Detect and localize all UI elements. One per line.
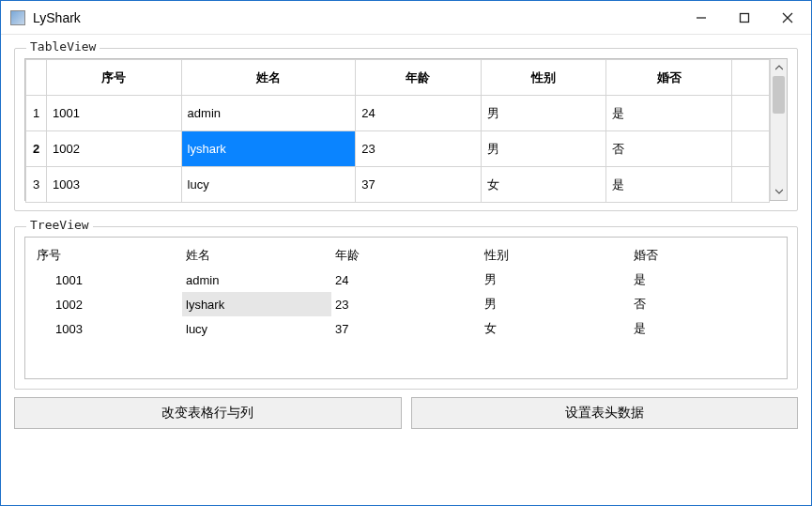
titlebar: LyShark bbox=[1, 1, 811, 35]
tree-col-1[interactable]: 姓名 bbox=[182, 243, 331, 268]
close-button[interactable] bbox=[766, 4, 809, 32]
tree-cell[interactable]: 女 bbox=[481, 316, 630, 341]
content-area: TableView 序号 姓名 年龄 性别 婚否 bbox=[1, 35, 811, 505]
tree-col-4[interactable]: 婚否 bbox=[630, 243, 779, 268]
table-row[interactable]: 1 1001 admin 24 男 是 bbox=[26, 96, 770, 131]
close-icon bbox=[782, 12, 793, 23]
tree-cell[interactable]: 男 bbox=[481, 268, 630, 292]
tree-cell[interactable]: 37 bbox=[331, 316, 481, 341]
cell-selected[interactable]: lyshark bbox=[181, 131, 356, 167]
tableview-widget[interactable]: 序号 姓名 年龄 性别 婚否 1 1001 admin bbox=[24, 58, 788, 201]
button-row: 改变表格行与列 设置表头数据 bbox=[14, 397, 798, 429]
tableview-label: TableView bbox=[26, 39, 100, 54]
tree-col-0[interactable]: 序号 bbox=[33, 243, 182, 268]
tree-cell[interactable]: admin bbox=[182, 268, 331, 292]
tree-cell[interactable]: 否 bbox=[630, 292, 779, 316]
chevron-up-icon bbox=[775, 65, 783, 70]
tableview-col-spacer bbox=[732, 60, 770, 96]
set-header-data-button[interactable]: 设置表头数据 bbox=[411, 397, 799, 429]
tree-cell[interactable]: 是 bbox=[630, 316, 779, 341]
treeview-header-row: 序号 姓名 年龄 性别 婚否 bbox=[33, 243, 779, 268]
window-title: LyShark bbox=[33, 10, 680, 25]
maximize-icon bbox=[739, 12, 750, 23]
scroll-thumb[interactable] bbox=[773, 76, 785, 114]
cell[interactable]: 是 bbox=[606, 167, 732, 203]
tree-cell[interactable]: 1003 bbox=[33, 316, 182, 341]
table-row[interactable]: 2 1002 lyshark 23 男 否 bbox=[26, 131, 770, 167]
tree-cell[interactable]: 男 bbox=[481, 292, 630, 316]
cell[interactable]: 24 bbox=[356, 96, 482, 131]
tableview-col-4[interactable]: 婚否 bbox=[606, 60, 732, 96]
app-window: LyShark TableView bbox=[0, 0, 812, 506]
cell[interactable]: 1002 bbox=[47, 131, 182, 167]
tree-row[interactable]: 1001 admin 24 男 是 bbox=[33, 268, 779, 292]
treeview-table: 序号 姓名 年龄 性别 婚否 1001 admin 24 男 bbox=[33, 243, 779, 341]
cell[interactable]: 是 bbox=[606, 96, 732, 131]
tableview-col-2[interactable]: 年龄 bbox=[356, 60, 482, 96]
tableview-table: 序号 姓名 年龄 性别 婚否 1 1001 admin bbox=[25, 59, 770, 203]
treeview-widget[interactable]: 序号 姓名 年龄 性别 婚否 1001 admin 24 男 bbox=[24, 237, 788, 379]
cell-spacer bbox=[732, 131, 770, 167]
tree-cell[interactable]: 是 bbox=[630, 268, 779, 292]
minimize-button[interactable] bbox=[680, 4, 723, 32]
scroll-down-button[interactable] bbox=[771, 183, 787, 200]
row-number[interactable]: 1 bbox=[26, 96, 47, 131]
tree-cell[interactable]: 23 bbox=[331, 292, 481, 316]
cell[interactable]: 1003 bbox=[47, 167, 182, 203]
tableview-col-3[interactable]: 性别 bbox=[481, 60, 606, 96]
tableview-corner bbox=[26, 60, 47, 96]
tree-row[interactable]: 1002 lyshark 23 男 否 bbox=[33, 292, 779, 316]
chevron-down-icon bbox=[775, 189, 783, 194]
tree-cell[interactable]: 24 bbox=[331, 268, 481, 292]
tableview-col-1[interactable]: 姓名 bbox=[181, 60, 356, 96]
row-number[interactable]: 3 bbox=[26, 167, 47, 203]
maximize-button[interactable] bbox=[723, 4, 766, 32]
tree-cell[interactable]: lucy bbox=[182, 316, 331, 341]
cell[interactable]: 女 bbox=[481, 167, 606, 203]
tableview-scrollbar[interactable] bbox=[770, 59, 787, 200]
tree-row[interactable]: 1003 lucy 37 女 是 bbox=[33, 316, 779, 341]
cell[interactable]: 1001 bbox=[47, 96, 182, 131]
cell-spacer bbox=[732, 167, 770, 203]
tableview-col-0[interactable]: 序号 bbox=[47, 60, 182, 96]
treeview-group: TreeView 序号 姓名 年龄 性别 婚否 1001 bbox=[14, 226, 798, 390]
cell[interactable]: 23 bbox=[356, 131, 482, 167]
cell[interactable]: 男 bbox=[481, 131, 606, 167]
cell[interactable]: admin bbox=[181, 96, 356, 131]
cell[interactable]: lucy bbox=[181, 167, 356, 203]
app-icon bbox=[10, 10, 25, 25]
cell-spacer bbox=[732, 96, 770, 131]
tree-col-2[interactable]: 年龄 bbox=[331, 243, 481, 268]
row-number[interactable]: 2 bbox=[26, 131, 47, 167]
tableview-header-row: 序号 姓名 年龄 性别 婚否 bbox=[26, 60, 770, 96]
table-row[interactable]: 3 1003 lucy 37 女 是 bbox=[26, 167, 770, 203]
tree-cell[interactable]: 1002 bbox=[33, 292, 182, 316]
tree-col-3[interactable]: 性别 bbox=[481, 243, 630, 268]
svg-rect-1 bbox=[741, 13, 749, 22]
window-controls bbox=[680, 4, 809, 32]
cell[interactable]: 37 bbox=[356, 167, 482, 203]
cell[interactable]: 否 bbox=[606, 131, 732, 167]
change-rows-cols-button[interactable]: 改变表格行与列 bbox=[14, 397, 402, 429]
tree-cell[interactable]: 1001 bbox=[33, 268, 182, 292]
tree-cell-selected[interactable]: lyshark bbox=[182, 292, 331, 316]
scroll-up-button[interactable] bbox=[771, 59, 787, 76]
minimize-icon bbox=[696, 12, 707, 23]
cell[interactable]: 男 bbox=[481, 96, 606, 131]
tableview-group: TableView 序号 姓名 年龄 性别 婚否 bbox=[14, 48, 798, 211]
treeview-label: TreeView bbox=[26, 218, 93, 232]
